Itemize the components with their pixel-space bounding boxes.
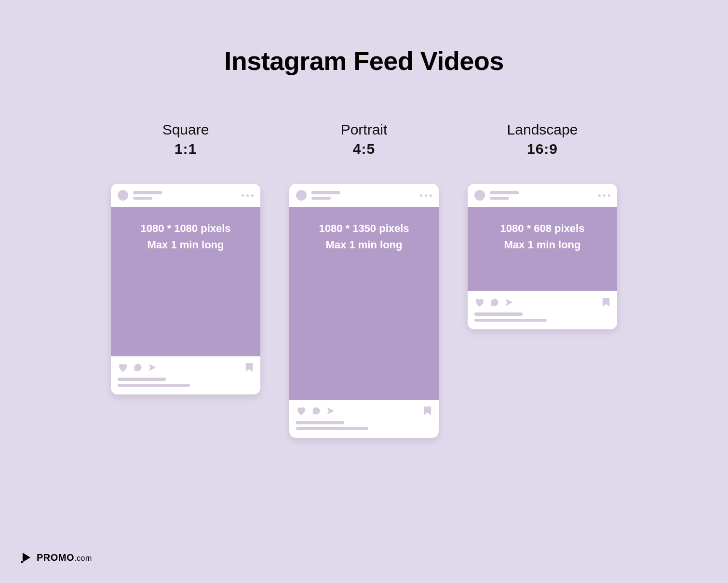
avatar-icon (474, 190, 485, 201)
avatar-icon (118, 190, 128, 201)
brand-text: PROMO.com (37, 552, 92, 563)
header-text-placeholder (133, 191, 162, 200)
brand-suffix: .com (74, 554, 92, 562)
format-ratio: 4:5 (353, 141, 375, 157)
format-ratio: 16:9 (527, 141, 558, 157)
send-icon (326, 406, 336, 416)
resolution-text: 1080 * 1080 pixels (140, 220, 230, 237)
post-card-square: 1080 * 1080 pixels Max 1 min long (111, 184, 260, 394)
post-media: 1080 * 1350 pixels Max 1 min long (289, 207, 439, 400)
footer-text-placeholder (474, 312, 610, 322)
send-icon (148, 363, 157, 372)
format-name: Landscape (507, 122, 578, 138)
send-icon (504, 298, 514, 307)
post-card-portrait: 1080 * 1350 pixels Max 1 min long (289, 184, 439, 438)
header-text-placeholder (490, 191, 519, 200)
duration-text: Max 1 min long (504, 237, 581, 253)
bookmark-icon (602, 297, 610, 308)
more-icon (242, 194, 254, 197)
post-header (289, 184, 439, 207)
header-text-placeholder (311, 191, 340, 200)
heart-icon (296, 406, 307, 416)
duration-text: Max 1 min long (326, 237, 403, 253)
comment-icon (133, 363, 143, 372)
post-header (111, 184, 260, 207)
page-title: Instagram Feed Videos (0, 0, 728, 76)
format-square: Square 1:1 1080 * 1080 pixels Max 1 min … (111, 122, 260, 394)
footer-text-placeholder (118, 378, 254, 387)
resolution-text: 1080 * 608 pixels (500, 220, 585, 237)
bookmark-icon (423, 406, 432, 416)
format-name: Portrait (341, 122, 388, 138)
heart-icon (474, 298, 485, 307)
post-media: 1080 * 1080 pixels Max 1 min long (111, 207, 260, 356)
format-portrait: Portrait 4:5 1080 * 1350 pixels Max 1 mi… (289, 122, 439, 438)
format-ratio: 1:1 (175, 141, 197, 157)
formats-row: Square 1:1 1080 * 1080 pixels Max 1 min … (0, 122, 728, 438)
brand-logo: PROMO.com (20, 551, 92, 564)
post-media: 1080 * 608 pixels Max 1 min long (468, 207, 617, 291)
resolution-text: 1080 * 1350 pixels (319, 220, 409, 237)
post-footer (111, 356, 260, 394)
more-icon (420, 194, 432, 197)
svg-point-0 (21, 561, 23, 563)
heart-icon (118, 363, 128, 372)
more-icon (598, 194, 610, 197)
post-header (468, 184, 617, 207)
post-footer (289, 400, 439, 438)
format-landscape: Landscape 16:9 1080 * 608 pixels Max 1 m… (468, 122, 617, 329)
duration-text: Max 1 min long (148, 237, 224, 253)
brand-name: PROMO (37, 552, 74, 563)
format-name: Square (162, 122, 209, 138)
bookmark-icon (245, 362, 254, 373)
comment-icon (490, 298, 499, 307)
avatar-icon (296, 190, 307, 201)
promo-play-icon (20, 551, 33, 564)
post-footer (468, 291, 617, 329)
post-card-landscape: 1080 * 608 pixels Max 1 min long (468, 184, 617, 329)
comment-icon (311, 406, 321, 416)
footer-text-placeholder (296, 421, 432, 430)
